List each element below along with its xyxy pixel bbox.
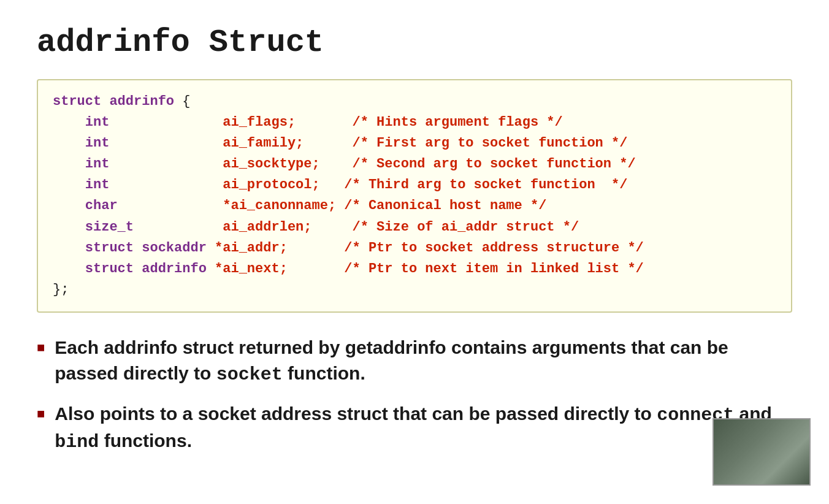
keyword-int-3: int <box>85 154 110 175</box>
comment-addrlen: /* Size of ai_addr struct */ <box>353 217 579 238</box>
struct-close: }; <box>53 280 69 300</box>
code-line-struct-open: struct addrinfo { <box>53 91 776 112</box>
code-line-5: char *ai_canonname; /* Canonical host na… <box>53 196 776 216</box>
keyword-int-2: int <box>85 133 110 154</box>
bullet-text-1: Each addrinfo struct returned by getaddr… <box>55 335 792 388</box>
code-line-3: int ai_socktype; /* Second arg to socket… <box>53 154 776 175</box>
inline-code-socket: socket <box>216 364 283 385</box>
code-box: struct addrinfo { int ai_flags; /* Hints… <box>37 79 792 313</box>
keyword-int-4: int <box>85 175 110 196</box>
corner-image-texture <box>714 419 809 484</box>
bullet-text-2: Also points to a socket address struct t… <box>55 401 792 455</box>
bullet-icon-2: ■ <box>37 405 45 424</box>
keyword-struct: struct addrinfo <box>53 91 174 112</box>
comment-flags: /* Hints argument flags */ <box>353 112 563 133</box>
code-line-6: size_t ai_addrlen; /* Size of ai_addr st… <box>53 217 776 238</box>
code-line-close: }; <box>53 280 776 300</box>
code-line-1: int ai_flags; /* Hints argument flags */ <box>53 112 776 133</box>
slide-title: addrinfo Struct <box>37 25 792 61</box>
code-line-4: int ai_protocol; /* Third arg to socket … <box>53 175 776 196</box>
keyword-int-1: int <box>85 112 110 133</box>
field-socktype: ai_socktype; <box>223 154 319 175</box>
brace-open: { <box>174 91 190 112</box>
comment-protocol: /* Third arg to socket function */ <box>344 175 627 196</box>
keyword-size_t: size_t <box>85 217 134 238</box>
keyword-struct-sockaddr: struct sockaddr <box>85 238 207 259</box>
bullet-item-1: ■ Each addrinfo struct returned by getad… <box>37 335 792 388</box>
code-line-8: struct addrinfo *ai_next; /* Ptr to next… <box>53 259 776 280</box>
slide-container: addrinfo Struct struct addrinfo { int ai… <box>0 0 829 504</box>
field-addr: *ai_addr; <box>215 238 288 259</box>
keyword-struct-addrinfo: struct addrinfo <box>85 259 207 280</box>
comment-canonname: /* Canonical host name */ <box>344 196 546 216</box>
comment-family: /* First arg to socket function */ <box>353 133 628 154</box>
code-line-2: int ai_family; /* First arg to socket fu… <box>53 133 776 154</box>
corner-image <box>712 418 811 486</box>
code-line-7: struct sockaddr *ai_addr; /* Ptr to sock… <box>53 238 776 259</box>
keyword-char: char <box>85 196 118 216</box>
field-next: *ai_next; <box>215 259 288 280</box>
comment-socktype: /* Second arg to socket function */ <box>353 154 636 175</box>
comment-addr: /* Ptr to socket address structure */ <box>344 238 643 259</box>
field-flags: ai_flags; <box>223 112 296 133</box>
field-protocol: ai_protocol; <box>223 175 319 196</box>
bullet-item-2: ■ Also points to a socket address struct… <box>37 401 792 455</box>
field-canonname: *ai_canonname; <box>223 196 336 216</box>
bullet-icon-1: ■ <box>37 338 45 357</box>
field-family: ai_family; <box>223 133 304 154</box>
comment-next: /* Ptr to next item in linked list */ <box>344 259 643 280</box>
field-addrlen: ai_addrlen; <box>223 217 311 238</box>
inline-code-bind: bind <box>55 432 99 452</box>
bullet-list: ■ Each addrinfo struct returned by getad… <box>37 335 792 455</box>
